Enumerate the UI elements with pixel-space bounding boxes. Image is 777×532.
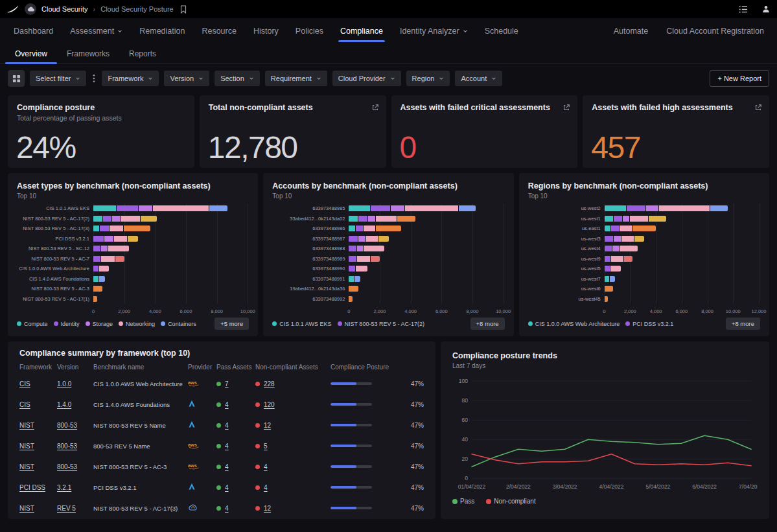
framework-link[interactable]: CIS — [19, 401, 30, 408]
filter-dropdown-region[interactable]: Region — [406, 71, 450, 86]
benchmark-link[interactable]: CIS 1.0.0 AWS Web Architecture — [93, 380, 183, 387]
stacked-bar[interactable] — [349, 236, 389, 242]
filter-dropdown-version[interactable]: Version — [164, 71, 209, 86]
framework-link[interactable]: NIST — [19, 505, 34, 512]
benchmark-link[interactable]: NIST 800-53 REV 5 Name — [93, 422, 166, 429]
benchmark-link[interactable]: CIS 1.4.0 AWS Foundations — [93, 401, 170, 408]
pass-count-link[interactable]: 7 — [225, 380, 229, 387]
stacked-bar[interactable] — [349, 286, 358, 292]
benchmark-link[interactable]: NIST 800-53 REV 5 - AC-3 — [93, 463, 167, 470]
nav-item-history[interactable]: History — [245, 18, 287, 44]
nav-item-schedule[interactable]: Schedule — [476, 18, 527, 44]
breadcrumb-product[interactable]: Cloud Security — [41, 5, 88, 13]
stacked-bar[interactable] — [93, 226, 150, 231]
pass-count-link[interactable]: 4 — [225, 505, 229, 512]
pass-count-link[interactable]: 4 — [225, 422, 229, 429]
nav-item-remediation[interactable]: Remediation — [131, 18, 193, 44]
filter-dropdown-section[interactable]: Section — [215, 71, 260, 86]
stacked-bar[interactable] — [349, 276, 360, 282]
list-icon[interactable] — [739, 5, 748, 14]
column-header-pass-assets[interactable]: Pass Assets — [216, 364, 255, 371]
stacked-bar[interactable] — [93, 286, 102, 292]
column-header-provider[interactable]: Provider — [188, 364, 216, 371]
benchmark-link[interactable]: PCI DSS v3.2.1 — [93, 484, 137, 491]
column-header-version[interactable]: Version — [57, 364, 93, 371]
stacked-bar[interactable] — [605, 226, 656, 231]
filter-dropdown-account[interactable]: Account — [455, 71, 502, 86]
legend-item[interactable]: CIS 1.0.1 AWS EKS — [272, 321, 331, 327]
stacked-bar[interactable] — [605, 266, 621, 272]
kebab-menu-icon[interactable] — [91, 73, 97, 84]
nav-item-resource[interactable]: Resource — [193, 18, 245, 44]
legend-item[interactable]: Containers — [161, 321, 196, 327]
version-link[interactable]: REV 5 — [57, 505, 76, 512]
grid-view-icon[interactable] — [8, 70, 25, 87]
legend-item[interactable]: PCI DSS v3.2.1 — [625, 321, 673, 327]
stacked-bar[interactable] — [349, 226, 401, 231]
legend-item[interactable]: Identity — [54, 321, 80, 327]
column-header-non-compliant-assets[interactable]: Non-compliant Assets — [255, 364, 331, 371]
filter-dropdown-requirement[interactable]: Requirement — [265, 71, 327, 86]
stacked-bar[interactable] — [93, 256, 124, 262]
nav-item-dashboard[interactable]: Dashboard — [5, 18, 62, 44]
stacked-bar[interactable] — [605, 216, 666, 222]
legend-item[interactable]: CIS 1.0.0 AWS Web Architecture — [528, 321, 620, 327]
pass-count-link[interactable]: 4 — [225, 401, 229, 408]
version-link[interactable]: 800-53 — [57, 463, 77, 470]
pass-count-link[interactable]: 4 — [225, 443, 229, 450]
legend-item[interactable]: Compute — [17, 321, 48, 327]
stacked-bar[interactable] — [349, 256, 380, 262]
stacked-bar[interactable] — [605, 246, 638, 251]
tab-frameworks[interactable]: Frameworks — [57, 44, 119, 64]
stacked-bar[interactable] — [93, 246, 129, 251]
stacked-bar[interactable] — [349, 246, 384, 251]
column-header-framework[interactable]: Framework — [19, 364, 57, 371]
column-header-benchmark-name[interactable]: Benchmark name — [93, 364, 188, 371]
legend-more-button[interactable]: +8 more — [470, 318, 505, 330]
filter-dropdown-cloud-provider[interactable]: Cloud Provider — [332, 71, 401, 86]
stacked-bar[interactable] — [349, 216, 415, 222]
legend-more-button[interactable]: +8 more — [726, 318, 760, 330]
noncompliant-count-link[interactable]: 4 — [264, 463, 268, 470]
nav-item-identity-analyzer[interactable]: Identity Analyzer — [391, 18, 476, 44]
tab-reports[interactable]: Reports — [119, 44, 166, 64]
nav-item-policies[interactable]: Policies — [287, 18, 332, 44]
external-link-icon[interactable] — [562, 102, 570, 114]
noncompliant-count-link[interactable]: 12 — [264, 505, 271, 512]
user-icon[interactable] — [761, 5, 771, 14]
version-link[interactable]: 1.0.0 — [57, 380, 71, 387]
nav-item-automate[interactable]: Automate — [614, 27, 649, 36]
stacked-bar[interactable] — [605, 276, 615, 282]
stacked-bar[interactable] — [349, 205, 475, 211]
nav-item-assessment[interactable]: Assessment — [62, 18, 131, 44]
stacked-bar[interactable] — [605, 236, 645, 242]
legend-more-button[interactable]: +5 more — [215, 318, 249, 330]
pass-count-link[interactable]: 4 — [225, 484, 229, 491]
stacked-bar[interactable] — [349, 266, 367, 272]
nav-item-cloud-account-registration[interactable]: Cloud Account Registration — [666, 27, 764, 36]
legend-item[interactable]: Storage — [86, 321, 113, 327]
version-link[interactable]: 1.4.0 — [57, 401, 71, 408]
framework-link[interactable]: NIST — [19, 422, 34, 429]
version-link[interactable]: 3.2.1 — [57, 484, 71, 491]
nav-item-compliance[interactable]: Compliance — [332, 18, 391, 44]
select-filter-dropdown[interactable]: Select filter — [30, 71, 86, 86]
framework-link[interactable]: PCI DSS — [19, 484, 45, 491]
benchmark-link[interactable]: 800-53 REV 5 Name — [93, 443, 150, 450]
tab-overview[interactable]: Overview — [5, 44, 57, 64]
stacked-bar[interactable] — [605, 256, 633, 262]
stacked-bar[interactable] — [605, 296, 609, 302]
stacked-bar[interactable] — [93, 296, 97, 302]
framework-link[interactable]: CIS — [19, 380, 30, 387]
benchmark-link[interactable]: NIST 800-53 REV 5 - AC-17(3) — [93, 505, 178, 512]
version-link[interactable]: 800-53 — [57, 443, 77, 450]
version-link[interactable]: 800-53 — [57, 422, 77, 429]
noncompliant-count-link[interactable]: 120 — [264, 401, 275, 408]
stacked-bar[interactable] — [605, 286, 613, 292]
framework-link[interactable]: NIST — [19, 463, 34, 470]
stacked-bar[interactable] — [93, 266, 109, 272]
column-header-compliance-posture[interactable]: Compliance Posture — [331, 364, 424, 371]
stacked-bar[interactable] — [605, 205, 728, 211]
legend-item[interactable]: NIST 800-53 REV 5 - AC-17(2) — [338, 321, 424, 327]
bookmark-icon[interactable] — [180, 5, 187, 14]
